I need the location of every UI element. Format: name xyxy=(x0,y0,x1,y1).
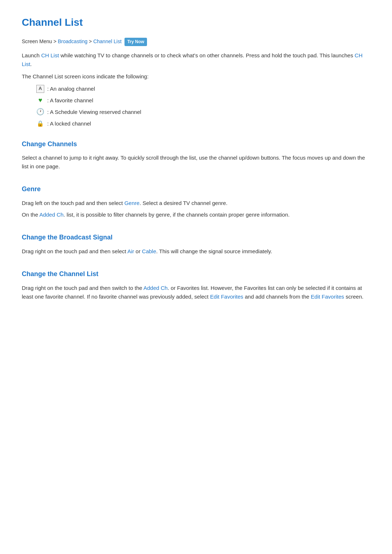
page-title: Channel List xyxy=(22,15,370,31)
added-ch-link-channel-list[interactable]: Added Ch xyxy=(143,285,168,291)
section-change-channels: Change Channels Select a channel to jump… xyxy=(22,139,370,171)
broadcast-signal-text: Drag right on the touch pad and then sel… xyxy=(22,247,370,256)
list-item-analog: A : An analog channel xyxy=(36,85,370,93)
section-change-broadcast-signal: Change the Broadcast Signal Drag right o… xyxy=(22,232,370,256)
ch-list-link-2[interactable]: CH List xyxy=(22,52,363,67)
list-item-locked: 🔒 : A locked channel xyxy=(36,119,370,128)
section-title-genre: Genre xyxy=(22,184,370,194)
cable-link[interactable]: Cable xyxy=(142,248,156,254)
breadcrumb: Screen Menu > Broadcasting > Channel Lis… xyxy=(22,37,370,46)
favorite-label: : A favorite channel xyxy=(47,96,93,105)
genre-text-1: Drag left on the touch pad and then sele… xyxy=(22,199,370,208)
edit-favorites-link-2[interactable]: Edit Favorites xyxy=(311,294,344,300)
section-change-channel-list: Change the Channel List Drag right on th… xyxy=(22,269,370,301)
ch-list-link-1[interactable]: CH List xyxy=(41,52,59,58)
schedule-label: : A Schedule Viewing reserved channel xyxy=(47,108,141,116)
breadcrumb-separator-1: > xyxy=(53,38,58,44)
schedule-icon: 🕐 xyxy=(36,108,44,116)
analog-icon: A xyxy=(36,85,44,93)
genre-link[interactable]: Genre xyxy=(124,200,140,206)
genre-text-2: On the Added Ch. list, it is possible to… xyxy=(22,210,370,219)
lock-icon: 🔒 xyxy=(36,120,44,128)
intro-paragraph-1: Launch CH List while watching TV to chan… xyxy=(22,51,370,69)
section-title-change-channel-list: Change the Channel List xyxy=(22,269,370,279)
change-channel-list-text: Drag right on the touch pad and then swi… xyxy=(22,284,370,301)
breadcrumb-separator-2: > xyxy=(89,38,93,44)
breadcrumb-screen-menu: Screen Menu xyxy=(22,38,52,44)
list-item-favorite: ♥ : A favorite channel xyxy=(36,96,370,105)
air-link[interactable]: Air xyxy=(127,248,134,254)
breadcrumb-channel-list[interactable]: Channel List xyxy=(93,38,122,44)
icons-intro-text: The Channel List screen icons indicate t… xyxy=(22,72,370,81)
edit-favorites-link-1[interactable]: Edit Favorites xyxy=(210,294,244,300)
icon-list: A : An analog channel ♥ : A favorite cha… xyxy=(36,85,370,128)
list-item-schedule: 🕐 : A Schedule Viewing reserved channel xyxy=(36,108,370,116)
section-genre: Genre Drag left on the touch pad and the… xyxy=(22,184,370,219)
breadcrumb-broadcasting[interactable]: Broadcasting xyxy=(58,38,87,44)
section-title-change-channels: Change Channels xyxy=(22,139,370,149)
analog-label: : An analog channel xyxy=(47,85,95,93)
favorite-icon: ♥ xyxy=(36,97,44,104)
locked-label: : A locked channel xyxy=(47,119,91,128)
section-title-broadcast-signal: Change the Broadcast Signal xyxy=(22,232,370,243)
added-ch-link-genre[interactable]: Added Ch xyxy=(39,212,64,218)
try-now-badge[interactable]: Try Now xyxy=(124,38,147,46)
change-channels-text: Select a channel to jump to it right awa… xyxy=(22,153,370,171)
